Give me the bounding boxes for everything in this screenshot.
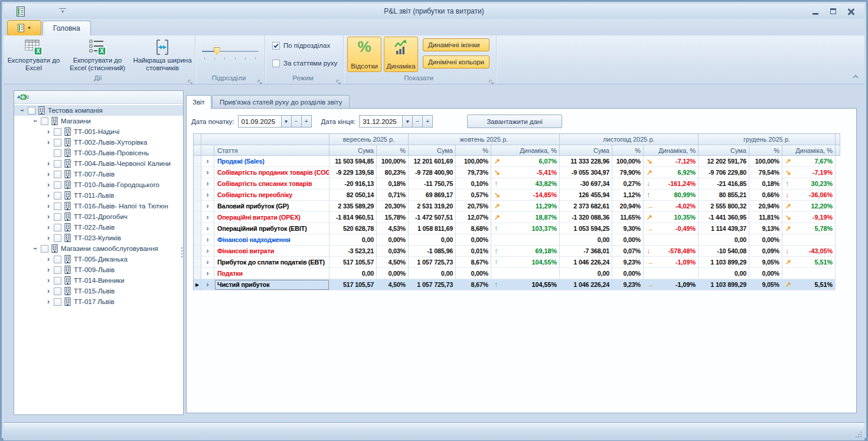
tree-checkbox[interactable] (54, 149, 61, 157)
pct-cell[interactable]: 8,67% (456, 257, 491, 268)
plus-button[interactable]: + (302, 115, 312, 128)
pct-cell[interactable]: 100,00% (456, 156, 491, 167)
dynamics-cell[interactable] (782, 268, 836, 279)
pct-cell[interactable]: 0,66% (749, 190, 782, 201)
tab-home[interactable]: Головна (43, 21, 91, 35)
dialog-launcher-icon[interactable] (188, 77, 193, 82)
sum-cell[interactable]: -21 416,85 (699, 178, 749, 190)
tree-item[interactable]: › Магазини (14, 116, 183, 126)
article-cell[interactable]: Собівартість проданих товарів (COGS) (214, 167, 329, 178)
dynamics-cell[interactable]: ↑43,82% (491, 178, 560, 190)
date-from-editor[interactable]: 01.09.2025 ▾ − + (238, 115, 312, 128)
pct-cell[interactable]: 100,00% (612, 156, 644, 167)
sum-cell[interactable]: 0,00 (560, 268, 612, 279)
dynamics-cell[interactable]: ↑103,37% (491, 223, 560, 234)
expand-icon[interactable]: › (44, 202, 53, 210)
dynamics-cell[interactable]: ↗7,67% (782, 156, 836, 167)
article-cell[interactable]: Операційні витрати (OPEX) (214, 212, 329, 223)
pct-cell[interactable]: 20,94% (749, 201, 782, 212)
sum-cell[interactable]: 2 531 319,20 (409, 201, 456, 212)
pct-cell[interactable]: 80,23% (377, 167, 409, 178)
sum-cell[interactable]: 0,00 (699, 268, 749, 279)
checkbox-checked-icon[interactable] (272, 42, 280, 50)
dynamics-cell[interactable]: ↗5,78% (782, 223, 836, 234)
sum-cell[interactable]: 12 201 601,69 (409, 156, 456, 167)
tree-item[interactable]: › ТТ-007-Львів (14, 169, 183, 179)
dialog-launcher-icon[interactable] (489, 77, 494, 82)
pct-cell[interactable]: 9,05% (749, 257, 782, 268)
row-expander[interactable]: › (201, 156, 214, 167)
sum-cell[interactable]: 12 202 591,76 (699, 156, 749, 167)
article-cell[interactable]: Собівартість списаних товарів (214, 178, 329, 190)
article-cell[interactable]: Фінансові надходження (214, 234, 329, 246)
sum-cell[interactable]: 126 455,94 (560, 190, 612, 201)
sum-cell[interactable]: -1 814 960,51 (329, 212, 377, 223)
pct-cell[interactable]: 9,05% (749, 279, 782, 290)
sum-cell[interactable]: 1 057 725,73 (409, 257, 456, 268)
pct-cell[interactable]: 79,73% (456, 167, 491, 178)
pct-cell[interactable]: 0,27% (612, 178, 644, 190)
pct-cell[interactable]: 0,00% (749, 234, 782, 246)
app-menu-button[interactable]: ▼ (7, 20, 41, 36)
tree-checkbox[interactable] (54, 298, 61, 306)
pct-cell[interactable]: 0,00% (749, 268, 782, 279)
expand-icon[interactable]: › (44, 159, 53, 168)
pct-cell[interactable]: 0,00% (377, 234, 409, 246)
sum-cell[interactable]: 1 058 811,69 (409, 223, 456, 234)
sum-cell[interactable]: 82 050,14 (329, 190, 377, 201)
column-header-article[interactable]: Стаття (214, 145, 329, 156)
tree-item[interactable]: › ТТ-003-Львів-Провісень (14, 148, 183, 158)
tree-checkbox[interactable] (54, 224, 61, 231)
pct-cell[interactable]: 8,68% (456, 223, 491, 234)
sum-cell[interactable]: 0,00 (329, 234, 377, 246)
tree-item[interactable]: › ТТ-005-Диканька (14, 254, 183, 264)
expand-icon[interactable]: › (44, 191, 53, 200)
sum-cell[interactable]: 520 628,78 (329, 223, 377, 234)
pct-cell[interactable]: 0,18% (377, 178, 409, 190)
tree-checkbox[interactable] (54, 256, 61, 263)
tree-checkbox[interactable] (54, 288, 61, 295)
tree-checkbox[interactable] (54, 192, 61, 200)
panel-splitter-handle[interactable] (181, 247, 182, 257)
sum-cell[interactable]: 2 555 800,32 (699, 201, 749, 212)
pct-cell[interactable]: 0,03% (377, 246, 409, 257)
tree-item[interactable]: › ТТ-004-Львів-Червоної Калини (14, 158, 183, 169)
pct-cell[interactable]: 4,53% (377, 223, 409, 234)
expand-icon[interactable]: › (18, 106, 27, 115)
column-header-pct[interactable]: % (377, 145, 409, 156)
article-cell[interactable]: Продажі (Sales) (214, 156, 329, 167)
article-cell[interactable]: Чистий прибуток (214, 279, 329, 290)
sum-cell[interactable]: -10 540,08 (699, 246, 749, 257)
pct-cell[interactable]: 0,57% (456, 190, 491, 201)
expand-icon[interactable]: › (44, 213, 53, 221)
pct-cell[interactable]: 20,30% (377, 201, 409, 212)
sum-cell[interactable]: 0,00 (409, 268, 456, 279)
dynamics-cell[interactable]: ↑69,18% (491, 246, 560, 257)
column-header-sum[interactable]: Сума (329, 145, 377, 156)
sum-cell[interactable]: 1 046 226,24 (560, 279, 612, 290)
dropdown-icon[interactable]: ▾ (403, 115, 413, 128)
dialog-launcher-icon[interactable] (257, 77, 263, 82)
tree-checkbox[interactable] (54, 277, 61, 285)
dynamics-cell[interactable]: ↗18,87% (491, 212, 560, 223)
dynamics-cell[interactable]: ↘-5,41% (491, 167, 560, 178)
article-cell[interactable]: Прибуток до сплати податків (EBT) (214, 257, 329, 268)
tree-item[interactable]: › ТТ-017 Львів (14, 296, 183, 307)
tree-checkbox[interactable] (54, 234, 61, 242)
expand-icon[interactable]: › (31, 116, 40, 126)
row-expander[interactable]: › (201, 268, 214, 279)
dynamics-cell[interactable]: ↑104,55% (491, 257, 560, 268)
expand-icon[interactable]: › (44, 181, 53, 189)
dynamics-toggle-button[interactable]: Динаміка (384, 37, 418, 72)
dynamics-cell[interactable]: ↑30,23% (782, 178, 836, 190)
sum-cell[interactable]: 0,00 (560, 234, 612, 246)
article-cell[interactable]: Операційний прибуток (EBIT) (214, 223, 329, 234)
sum-cell[interactable]: 1 053 594,25 (560, 223, 612, 234)
expand-icon[interactable]: › (44, 255, 53, 263)
dynamics-cell[interactable]: ↓-43,05% (782, 246, 836, 257)
column-header-pct[interactable]: % (612, 145, 644, 156)
sum-cell[interactable]: -11 750,75 (409, 178, 456, 190)
tree-checkbox[interactable] (54, 160, 61, 168)
tree-checkbox[interactable] (28, 107, 35, 115)
tree-checkbox[interactable] (54, 171, 61, 178)
